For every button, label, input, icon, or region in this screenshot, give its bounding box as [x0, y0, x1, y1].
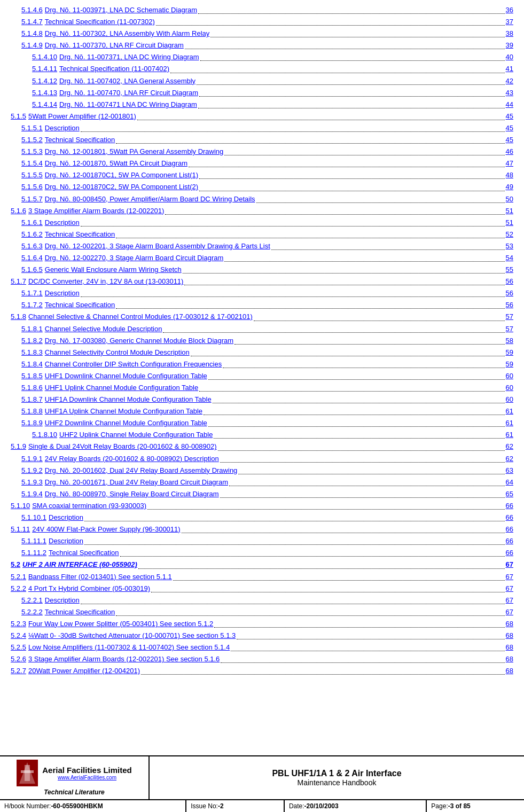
toc-section-number[interactable]: 5.1.6.1	[21, 217, 43, 229]
toc-entry[interactable]: 5.2.2.2Technical Specification67	[11, 606, 513, 618]
toc-page-number[interactable]: 40	[506, 51, 513, 63]
toc-page-number[interactable]: 42	[506, 75, 513, 87]
toc-section-number[interactable]: 5.2.7	[11, 665, 26, 677]
toc-section-label[interactable]: Technical Specification	[45, 299, 115, 311]
toc-page-number[interactable]: 67	[506, 571, 513, 583]
toc-entry[interactable]: 5.1.8.10UHF2 Uplink Channel Module Confi…	[11, 429, 513, 441]
toc-page-number[interactable]: 68	[506, 618, 513, 630]
toc-section-label[interactable]: Low Noise Amplifiers (11-007302 & 11-007…	[28, 642, 230, 653]
toc-entry[interactable]: 5.1.7.2Technical Specification56	[11, 299, 513, 311]
toc-entry[interactable]: 5.2.1Bandpass Filter (02-013401) See sec…	[11, 571, 513, 583]
toc-entry[interactable]: 5.2.63 Stage Amplifier Alarm Boards (12-…	[11, 653, 513, 665]
toc-page-number[interactable]: 54	[506, 252, 513, 264]
toc-entry[interactable]: 5.2.24 Port Tx Hybrid Combiner (05-00301…	[11, 583, 513, 595]
toc-section-number[interactable]: 5.1.8.4	[21, 358, 43, 370]
toc-page-number[interactable]: 53	[506, 240, 513, 252]
toc-section-number[interactable]: 5.1.7	[11, 276, 26, 287]
toc-section-number[interactable]: 5.1.9.4	[21, 488, 43, 500]
toc-section-label[interactable]: Description	[45, 122, 80, 134]
toc-entry[interactable]: 5.1.6.4Drg. Nō. 12-002270, 3 Stage Alarm…	[11, 252, 513, 264]
toc-page-number[interactable]: 60	[506, 370, 513, 382]
toc-entry[interactable]: 5.1.4.6Drg. Nō. 11-003971, LNA DC Schema…	[11, 4, 513, 16]
toc-page-number[interactable]: 62	[506, 453, 513, 465]
toc-section-number[interactable]: 5.2.2.1	[21, 595, 43, 606]
toc-entry[interactable]: 5.1.6.1Description51	[11, 217, 513, 229]
toc-section-number[interactable]: 5.1.10	[11, 500, 30, 512]
toc-entry[interactable]: 5.1.8.9UHF2 Downlink Channel Module Conf…	[11, 417, 513, 429]
toc-section-label[interactable]: UHF1A Uplink Channel Module Configuratio…	[45, 405, 202, 417]
toc-section-number[interactable]: 5.1.7.1	[21, 287, 43, 299]
toc-entry[interactable]: 5.1.6.2Technical Specification52	[11, 229, 513, 240]
toc-page-number[interactable]: 60	[506, 394, 513, 405]
toc-page-number[interactable]: 60	[506, 382, 513, 394]
toc-section-label[interactable]: Drg. Nō. 11-007402, LNA General Assembly	[59, 75, 195, 87]
toc-entry[interactable]: 5.1.9.3Drg. Nō. 20-001671, Dual 24V Rela…	[11, 477, 513, 488]
toc-entry[interactable]: 5.1.4.13Drg. Nō. 11-007470, LNA RF Circu…	[11, 87, 513, 99]
toc-section-number[interactable]: 5.1.5.7	[21, 193, 43, 205]
toc-section-label[interactable]: UHF2 Uplink Channel Module Configuration…	[59, 429, 213, 441]
toc-page-number[interactable]: 65	[506, 488, 513, 500]
toc-section-label[interactable]: Bandpass Filter (02-013401) See section …	[28, 571, 172, 583]
toc-entry[interactable]: 5.2.4¼Watt 0- -30dB Switched Attenuator …	[11, 630, 513, 642]
toc-entry[interactable]: 5.1.9.124V Relay Boards (20-001602 & 80-…	[11, 453, 513, 465]
toc-page-number[interactable]: 66	[506, 500, 513, 512]
toc-page-number[interactable]: 57	[506, 311, 513, 323]
toc-section-number[interactable]: 5.1.4.12	[32, 75, 57, 87]
toc-page-number[interactable]: 51	[506, 205, 513, 217]
toc-section-label[interactable]: Drg. Nō. 20-001671, Dual 24V Relay Board…	[45, 477, 228, 488]
toc-section-number[interactable]: 5.1.9.1	[21, 453, 43, 465]
toc-section-label[interactable]: Drg. Nō. 80-008450, Power Amplifier/Alar…	[45, 193, 255, 205]
toc-entry[interactable]: 5.1.5.6Drg. Nō. 12-001870C2, 5W PA Compo…	[11, 181, 513, 193]
toc-page-number[interactable]: 66	[506, 524, 513, 535]
toc-section-number[interactable]: 5.1.5.1	[21, 122, 43, 134]
toc-section-label[interactable]: Four Way Low Power Splitter (05-003401) …	[28, 618, 213, 630]
toc-entry[interactable]: 5.1.9Single & Dual 24Volt Relay Boards (…	[11, 441, 513, 452]
toc-section-number[interactable]: 5.1.8.3	[21, 347, 43, 358]
toc-page-number[interactable]: 68	[506, 642, 513, 653]
toc-page-number[interactable]: 66	[506, 535, 513, 547]
toc-section-label[interactable]: Drg. Nō. 12-001870C1, 5W PA Component Li…	[45, 169, 198, 181]
toc-section-number[interactable]: 5.1.4.14	[32, 99, 57, 111]
toc-entry[interactable]: 5.1.4.9Drg. Nō. 11-007370, LNA RF Circui…	[11, 40, 513, 51]
toc-entry[interactable]: 5.1.8.3Channel Selectivity Control Modul…	[11, 347, 513, 358]
toc-page-number[interactable]: 51	[506, 217, 513, 229]
toc-entry[interactable]: 5.2.5Low Noise Amplifiers (11-007302 & 1…	[11, 642, 513, 653]
toc-entry[interactable]: 5.1.10.1Description66	[11, 512, 513, 524]
toc-entry[interactable]: 5.1.5.1Description45	[11, 122, 513, 134]
toc-section-number[interactable]: 5.1.8.7	[21, 394, 43, 405]
toc-section-label[interactable]: 3 Stage Amplifier Alarm Boards (12-00220…	[28, 653, 220, 665]
toc-section-number[interactable]: 5.1.5.4	[21, 158, 43, 169]
toc-entry[interactable]: 5.1.4.7Technical Specification (11-00730…	[11, 16, 513, 28]
toc-section-number[interactable]: 5.1.4.13	[32, 87, 57, 99]
toc-section-label[interactable]: Drg. Nō. 17-003080, Generic Channel Modu…	[45, 335, 233, 347]
toc-section-number[interactable]: 5.1.6	[11, 205, 26, 217]
toc-section-label[interactable]: Drg. Nō. 12-001801, 5Watt PA General Ass…	[45, 146, 224, 158]
toc-page-number[interactable]: 46	[506, 146, 513, 158]
toc-page-number[interactable]: 57	[506, 323, 513, 335]
toc-section-number[interactable]: 5.1.5.6	[21, 181, 43, 193]
toc-section-number[interactable]: 5.1.8.1	[21, 323, 43, 335]
toc-entry[interactable]: 5.1.9.2Drg. Nō. 20-001602, Dual 24V Rela…	[11, 465, 513, 477]
toc-entry[interactable]: 5.1.7DC/DC Converter, 24V in, 12V 8A out…	[11, 276, 513, 287]
toc-section-number[interactable]: 5.1.4.7	[21, 16, 43, 28]
toc-entry[interactable]: 5.1.5.5Drg. Nō. 12-001870C1, 5W PA Compo…	[11, 169, 513, 181]
toc-page-number[interactable]: 45	[506, 111, 513, 122]
toc-page-number[interactable]: 38	[506, 28, 513, 40]
toc-section-number[interactable]: 5.1.8.9	[21, 417, 43, 429]
toc-page-number[interactable]: 43	[506, 87, 513, 99]
toc-section-label[interactable]: Drg. Nō. 11-003971, LNA DC Schematic Dia…	[45, 4, 197, 16]
toc-section-label[interactable]: UHF1 Downlink Channel Module Configurati…	[45, 370, 207, 382]
toc-section-label[interactable]: Drg. Nō. 20-001602, Dual 24V Relay Board…	[45, 465, 238, 477]
toc-section-number[interactable]: 5.1.5.3	[21, 146, 43, 158]
toc-entry[interactable]: 5.2.2.1Description67	[11, 595, 513, 606]
toc-entry[interactable]: 5.1.8.7UHF1A Downlink Channel Module Con…	[11, 394, 513, 405]
toc-section-label[interactable]: ¼Watt 0- -30dB Switched Attenuator (10-0…	[28, 630, 236, 642]
toc-section-number[interactable]: 5.2.6	[11, 653, 26, 665]
toc-section-label[interactable]: Description	[45, 287, 80, 299]
toc-page-number[interactable]: 44	[506, 99, 513, 111]
toc-section-label[interactable]: Description	[49, 512, 83, 524]
toc-page-number[interactable]: 50	[506, 193, 513, 205]
toc-page-number[interactable]: 66	[506, 512, 513, 524]
toc-section-number[interactable]: 5.1.11.2	[21, 547, 46, 559]
toc-section-number[interactable]: 5.2.2	[11, 583, 26, 595]
